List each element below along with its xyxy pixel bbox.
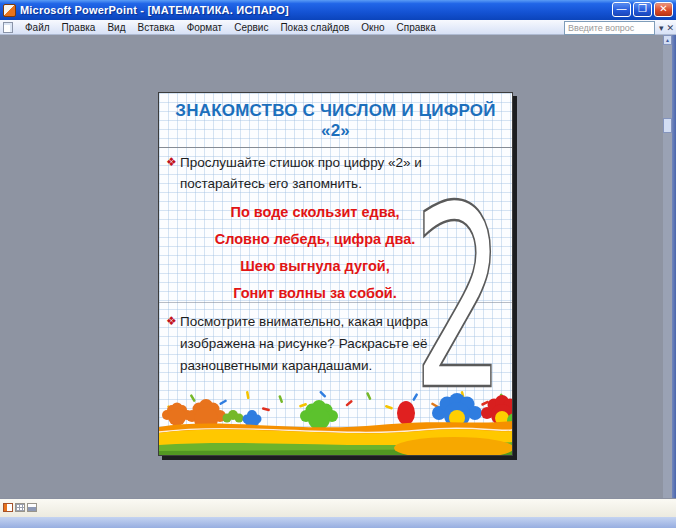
powerpoint-window: Microsoft PowerPoint - [МАТЕМАТИКА. ИСПА… [0, 0, 676, 528]
status-bar [0, 498, 676, 517]
document-icon [3, 22, 13, 33]
restore-button[interactable]: ❐ [633, 2, 652, 17]
menu-file[interactable]: Файл [19, 22, 56, 33]
window-right-frame [672, 35, 676, 498]
close-button[interactable]: ✕ [654, 2, 673, 17]
big-number-text: 2 [413, 192, 506, 392]
menu-edit[interactable]: Правка [56, 22, 102, 33]
slide-sorter-view-button[interactable] [15, 503, 25, 512]
slide-show-view-button[interactable] [27, 503, 37, 512]
toolbar-options-icon[interactable]: ▾ [659, 21, 664, 35]
scroll-up-arrow-icon[interactable]: ▲ [663, 35, 672, 45]
normal-view-button[interactable] [3, 503, 13, 512]
bullet-item-2[interactable]: ❖ Посмотрите внимательно, какая цифра из… [166, 311, 436, 377]
scrollbar-thumb[interactable] [663, 118, 672, 133]
bullet-text-1: Прослушайте стишок про цифру «2» и поста… [180, 152, 506, 194]
menu-format[interactable]: Формат [181, 22, 229, 33]
title-bar: Microsoft PowerPoint - [МАТЕМАТИКА. ИСПА… [0, 0, 676, 20]
workspace: ЗНАКОМСТВО С ЧИСЛОМ И ЦИФРОЙ «2» ❖ Просл… [0, 35, 676, 498]
menu-tools[interactable]: Сервис [228, 22, 274, 33]
window-title: Microsoft PowerPoint - [МАТЕМАТИКА. ИСПА… [20, 4, 289, 16]
vertical-scrollbar[interactable]: ▲ [663, 35, 672, 498]
title-divider [159, 147, 512, 148]
question-box[interactable]: Введите вопрос [564, 21, 655, 35]
menu-slideshow[interactable]: Показ слайдов [274, 22, 355, 33]
red-egg-flower [397, 401, 415, 425]
menu-bar: Файл Правка Вид Вставка Формат Сервис По… [0, 20, 676, 35]
menu-window[interactable]: Окно [355, 22, 390, 33]
diamond-bullet-icon: ❖ [166, 311, 180, 377]
bullet-item-1[interactable]: ❖ Прослушайте стишок про цифру «2» и пос… [166, 152, 506, 194]
menu-insert[interactable]: Вставка [131, 22, 180, 33]
close-document-icon[interactable]: ✕ [666, 21, 674, 35]
menu-view[interactable]: Вид [101, 22, 131, 33]
powerpoint-app-icon[interactable] [3, 4, 16, 17]
slide-canvas[interactable]: ЗНАКОМСТВО С ЧИСЛОМ И ЦИФРОЙ «2» ❖ Просл… [158, 92, 513, 456]
minimize-button[interactable]: — [612, 2, 631, 17]
slide-title[interactable]: ЗНАКОМСТВО С ЧИСЛОМ И ЦИФРОЙ «2» [162, 99, 509, 143]
diamond-bullet-icon: ❖ [166, 152, 180, 194]
window-bottom-frame [0, 517, 676, 528]
bullet-text-2: Посмотрите внимательно, какая цифра изоб… [180, 311, 436, 377]
bottom-decoration [159, 391, 512, 455]
big-number-outline[interactable]: 2 [409, 192, 509, 392]
green-bumps [223, 410, 244, 423]
menu-help[interactable]: Справка [391, 22, 442, 33]
